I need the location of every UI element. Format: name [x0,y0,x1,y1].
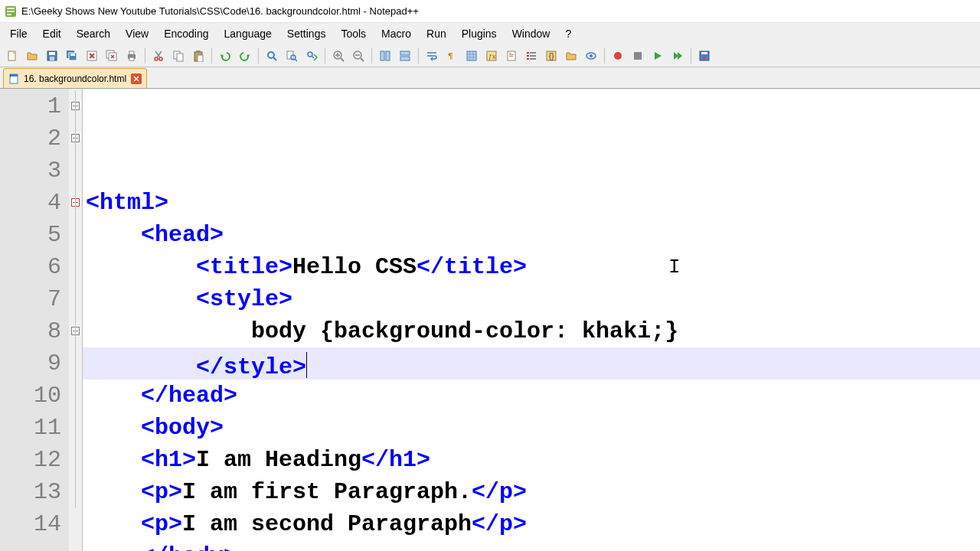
lang-button[interactable]: ƒx [482,47,501,65]
toolbar-separator [145,48,145,64]
svg-rect-7 [50,57,54,60]
wordwrap-button[interactable] [423,47,441,65]
new-button[interactable] [3,47,21,65]
text-cursor-marker: I [668,251,681,283]
zoom-out-button[interactable] [349,47,368,65]
monitor-button[interactable] [582,47,600,65]
toolbar: ¶ƒx{} [0,44,980,67]
code-line[interactable]: <html> [83,187,980,219]
svg-rect-43 [530,52,536,54]
code-line[interactable]: </head> [83,380,980,412]
menu-edit[interactable]: Edit [36,24,68,43]
svg-point-52 [614,52,622,60]
menu-window[interactable]: Window [505,24,557,43]
find-next-button[interactable] [302,47,321,65]
svg-point-24 [268,52,274,58]
svg-rect-6 [49,52,55,55]
code-line[interactable]: <h1>I am Heading</h1> [83,444,980,476]
line-number: 10 [0,380,61,412]
code-line[interactable]: <p>I am second Paragraph</p> [83,508,980,540]
line-number-gutter: 1234567891011121314 [0,89,69,551]
code-line[interactable]: <p>I am first Paragraph.</p> [83,476,980,508]
toolbar-separator [325,48,325,64]
stop-button[interactable] [629,47,647,65]
line-number: 5 [0,219,61,251]
file-tab[interactable]: 16. backgroundcolor.html [3,68,147,88]
svg-point-18 [159,57,162,60]
svg-rect-20 [177,54,183,61]
find-button[interactable] [263,47,281,65]
func-list-button[interactable]: {} [542,47,560,65]
play-multi-button[interactable] [668,47,687,65]
menu-search[interactable]: Search [70,24,117,43]
save-all-button[interactable] [63,47,81,65]
doc-list-button[interactable] [522,47,541,65]
menu-settings[interactable]: Settings [280,24,333,43]
print-button[interactable] [122,47,141,65]
code-line[interactable]: <style> [83,283,980,315]
doc-map-button[interactable] [502,47,521,65]
svg-rect-55 [701,52,707,54]
close-all-button[interactable] [103,47,121,65]
svg-rect-22 [196,51,201,53]
toolbar-separator [258,48,259,64]
code-line[interactable]: body {background-color: khaki;} [83,315,980,347]
svg-rect-30 [381,51,384,60]
fold-margin[interactable] [69,89,83,551]
menu-help[interactable]: ? [558,24,578,43]
toolbar-separator [371,48,372,64]
tab-close-button[interactable] [131,73,142,84]
line-number: 14 [0,508,61,540]
folder-button[interactable] [562,47,580,65]
file-icon [8,73,19,84]
tab-label: 16. backgroundcolor.html [24,73,126,84]
svg-rect-10 [70,54,75,56]
code-line[interactable]: <body> [83,412,980,444]
sync-v-button[interactable] [376,47,394,65]
indent-guide-button[interactable] [462,47,481,65]
menu-macro[interactable]: Macro [374,24,418,43]
menu-run[interactable]: Run [420,24,453,43]
svg-rect-41 [509,56,513,57]
paste-button[interactable] [189,47,207,65]
svg-rect-16 [129,57,134,60]
sync-h-button[interactable] [396,47,414,65]
svg-rect-32 [400,51,410,55]
copy-button[interactable] [169,47,188,65]
redo-button[interactable] [236,47,254,65]
line-number: 9 [0,347,61,380]
menu-plugins[interactable]: Plugins [455,24,504,43]
menu-encoding[interactable]: Encoding [157,24,215,43]
svg-rect-42 [527,52,529,54]
save-button[interactable] [43,47,61,65]
code-line[interactable]: <title>Hello CSS</title> [83,251,980,283]
menu-tools[interactable]: Tools [334,24,373,43]
show-all-button[interactable]: ¶ [443,47,461,65]
macro-save-button[interactable] [695,47,714,65]
line-number: 4 [0,187,61,219]
cut-button[interactable] [149,47,168,65]
svg-rect-23 [198,55,203,62]
menu-view[interactable]: View [119,24,155,43]
menu-language[interactable]: Language [217,24,279,43]
undo-button[interactable] [216,47,234,65]
code-line[interactable]: <head> [83,219,980,251]
editor-area[interactable]: 1234567891011121314 I <html> <head> <tit… [0,89,980,551]
line-number: 7 [0,283,61,315]
play-button[interactable] [648,47,667,65]
record-button[interactable] [609,47,627,65]
svg-rect-35 [467,51,476,60]
find-files-button[interactable] [283,47,301,65]
menu-bar: File Edit Search View Encoding Language … [0,23,980,44]
line-number: 12 [0,444,61,476]
code-line[interactable]: </body> [83,540,980,551]
close-button[interactable] [83,47,101,65]
svg-rect-2 [7,11,15,12]
zoom-in-button[interactable] [329,47,348,65]
open-button[interactable] [23,47,41,65]
svg-text:¶: ¶ [448,51,453,61]
code-content[interactable]: I <html> <head> <title>Hello CSS</title>… [83,89,980,551]
code-line[interactable]: </style> [83,347,980,380]
svg-point-56 [703,57,706,60]
menu-file[interactable]: File [3,24,34,43]
